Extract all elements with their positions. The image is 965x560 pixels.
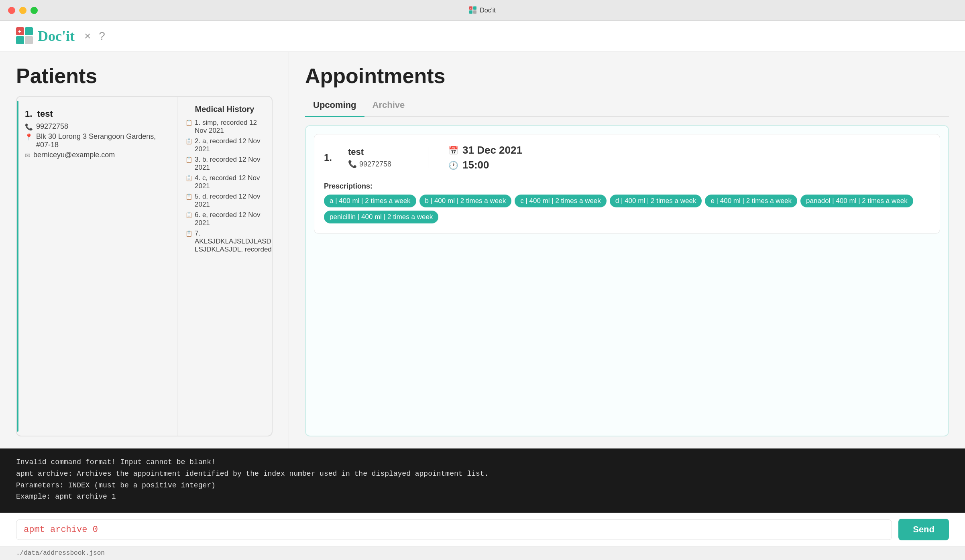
help-icon[interactable]: ? — [99, 30, 105, 43]
minimize-button[interactable] — [19, 7, 26, 14]
output-text: Invalid command format! Input cannot be … — [16, 457, 949, 503]
send-button[interactable]: Send — [898, 519, 949, 540]
patients-list-container: 1. test 📞 99272758 📍 Blk 30 Lorong 3 Ser… — [16, 96, 273, 436]
title-bar: + Doc'it — [0, 0, 965, 21]
appointment-header: 1. test 📞 99272758 📅 31 Dec 2021 🕐 — [324, 144, 930, 171]
list-item: 📋 3. b, recorded 12 Nov 2021 — [185, 156, 264, 172]
appt-time-row: 🕐 15:00 — [448, 159, 522, 171]
patient-email: ✉ berniceyu@example.com — [25, 151, 169, 159]
appt-patient-phone: 📞 99272758 — [348, 160, 416, 168]
footer: ./data/addressbook.json — [0, 546, 965, 560]
clock-icon: 🕐 — [448, 160, 458, 170]
prescription-tag: a | 400 ml | 2 times a week — [324, 195, 416, 207]
appt-date-row: 📅 31 Dec 2021 — [448, 144, 522, 156]
prescription-tag: c | 400 ml | 2 times a week — [515, 195, 607, 207]
close-button[interactable] — [8, 7, 15, 14]
prescription-tag: penicillin | 400 ml | 2 times a week — [324, 211, 438, 223]
appointments-list[interactable]: 1. test 📞 99272758 📅 31 Dec 2021 🕐 — [305, 125, 949, 436]
appt-date: 31 Dec 2021 — [462, 144, 522, 156]
appointment-patient: test 📞 99272758 — [348, 147, 428, 168]
patient-list-scroll[interactable]: 1. test 📞 99272758 📍 Blk 30 Lorong 3 Ser… — [17, 97, 177, 436]
appt-time: 15:00 — [462, 159, 489, 171]
patients-panel: Patients 1. test 📞 99272758 📍 Blk 30 Lor… — [0, 52, 289, 448]
list-item: 📋 6. e, recorded 12 Nov 2021 — [185, 211, 264, 227]
prescription-tag: b | 400 ml | 2 times a week — [419, 195, 512, 207]
svg-text:+: + — [18, 28, 21, 34]
history-icon: 📋 — [185, 120, 192, 126]
logo-icon: + — [16, 27, 34, 45]
prescription-tag: d | 400 ml | 2 times a week — [610, 195, 702, 207]
tab-upcoming[interactable]: Upcoming — [305, 96, 364, 117]
patient-address: 📍 Blk 30 Lorong 3 Serangoon Gardens, #07… — [25, 132, 169, 149]
email-icon: ✉ — [25, 152, 30, 159]
tab-archive[interactable]: Archive — [364, 96, 413, 117]
appt-patient-name: test — [348, 147, 416, 157]
history-icon: 📋 — [185, 212, 192, 218]
patient-name: 1. test — [25, 109, 169, 119]
appointments-panel: Appointments UpcomingArchive 1. test 📞 9… — [289, 52, 965, 448]
close-icon[interactable]: × — [84, 30, 91, 43]
app-icon: + — [469, 6, 477, 14]
prescriptions-section: Prescriptions: a | 400 ml | 2 times a we… — [324, 178, 930, 223]
history-icon: 📋 — [185, 175, 192, 181]
phone-icon: 📞 — [25, 123, 33, 131]
list-item: 📋 4. c, recorded 12 Nov 2021 — [185, 174, 264, 190]
app-logo: + Doc'it — [16, 27, 75, 45]
appointments-title: Appointments — [305, 64, 949, 88]
title-bar-title: + Doc'it — [469, 6, 496, 14]
list-item: 📋 5. d, recorded 12 Nov 2021 — [185, 193, 264, 209]
main-content: Patients 1. test 📞 99272758 📍 Blk 30 Lor… — [0, 52, 965, 448]
prescriptions-tags: a | 400 ml | 2 times a weekb | 400 ml | … — [324, 195, 930, 223]
appointment-number: 1. — [324, 152, 340, 163]
app-header: + Doc'it × ? — [0, 21, 965, 52]
patients-title: Patients — [16, 64, 273, 88]
svg-rect-7 — [16, 36, 24, 44]
output-panel: Invalid command format! Input cannot be … — [0, 448, 965, 513]
medical-history-title: Medical History — [185, 105, 264, 114]
input-bar: Send — [0, 513, 965, 546]
svg-rect-2 — [469, 10, 472, 14]
list-item: 📋 2. a, recorded 12 Nov 2021 — [185, 137, 264, 153]
phone-icon: 📞 — [348, 160, 357, 168]
window-title: Doc'it — [480, 7, 496, 14]
prescription-tag: e | 400 ml | 2 times a week — [705, 195, 797, 207]
svg-text:+: + — [470, 7, 472, 10]
prescriptions-title: Prescriptions: — [324, 182, 930, 191]
medical-history-panel: Medical History 📋 1. simp, recorded 12 N… — [177, 97, 272, 436]
patient-phone: 📞 99272758 — [25, 122, 169, 131]
address-icon: 📍 — [25, 133, 33, 141]
list-item[interactable]: 1. test 📞 99272758 📍 Blk 30 Lorong 3 Ser… — [25, 105, 169, 165]
prescription-tag: panadol | 400 ml | 2 times a week — [800, 195, 913, 207]
app-name: Doc'it — [38, 28, 75, 45]
appointment-card: 1. test 📞 99272758 📅 31 Dec 2021 🕐 — [314, 134, 940, 233]
appointment-datetime: 📅 31 Dec 2021 🕐 15:00 — [436, 144, 522, 171]
svg-rect-8 — [25, 36, 33, 44]
list-item: 📋 7. AKLSJDKLAJSLDJLASDKLAJKLDJAK LSJDKL… — [185, 229, 264, 254]
window-controls — [8, 7, 38, 14]
svg-rect-3 — [473, 10, 476, 14]
footer-path: ./data/addressbook.json — [16, 550, 105, 557]
maximize-button[interactable] — [31, 7, 38, 14]
svg-rect-1 — [473, 6, 476, 10]
command-input[interactable] — [16, 519, 892, 540]
appointments-tabs: UpcomingArchive — [305, 96, 949, 117]
calendar-icon: 📅 — [448, 146, 458, 155]
list-item: 📋 1. simp, recorded 12 Nov 2021 — [185, 119, 264, 135]
svg-rect-6 — [25, 27, 33, 35]
history-icon: 📋 — [185, 230, 192, 237]
history-icon: 📋 — [185, 193, 192, 200]
history-icon: 📋 — [185, 138, 192, 144]
history-icon: 📋 — [185, 156, 192, 163]
